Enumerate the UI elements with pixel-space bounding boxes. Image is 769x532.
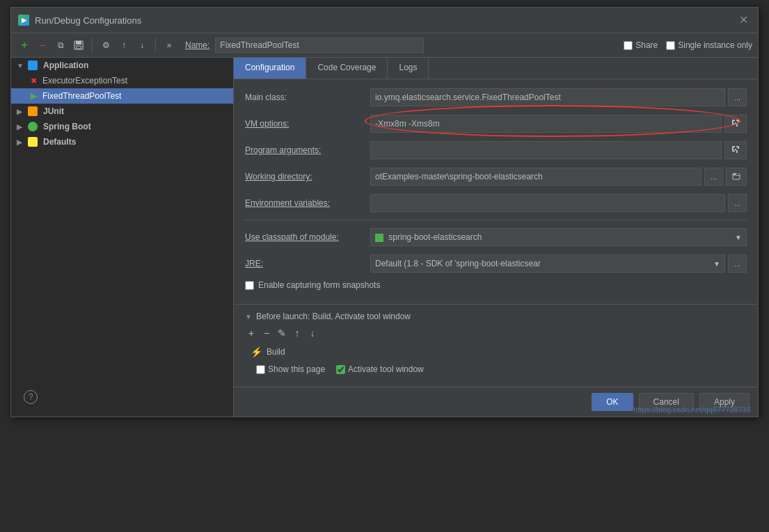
jre-value: Default (1.8 - SDK of 'spring-boot-elast… xyxy=(375,259,541,268)
main-class-row: Main class: ... xyxy=(245,88,747,107)
copy-button[interactable]: ⧉ xyxy=(53,38,68,53)
working-dir-folder-button[interactable] xyxy=(726,168,747,186)
save-button[interactable] xyxy=(71,38,86,53)
before-launch-add[interactable]: + xyxy=(245,327,257,339)
vm-options-expand-button[interactable] xyxy=(724,115,747,133)
env-vars-input[interactable] xyxy=(370,194,725,212)
single-instance-checkbox[interactable] xyxy=(666,41,675,50)
classpath-dropdown[interactable]: spring-boot-elasticsearch ▼ xyxy=(370,228,747,246)
name-row: Name: Share Single instance only xyxy=(185,38,752,53)
tab-logs[interactable]: Logs xyxy=(388,58,429,79)
tree-item-application[interactable]: ▼ Application xyxy=(11,58,233,73)
tree-item-defaults[interactable]: ▶ Defaults xyxy=(11,134,233,150)
env-vars-row: Environment variables: ... xyxy=(245,193,747,213)
vm-options-label: VM options: xyxy=(245,119,370,129)
before-launch-down[interactable]: ↓ xyxy=(306,327,319,339)
more-button[interactable]: » xyxy=(161,38,177,53)
before-launch-section: ▼ Before launch: Build, Activate tool wi… xyxy=(234,304,758,387)
toolbar-separator2 xyxy=(155,38,156,52)
before-launch-remove[interactable]: − xyxy=(260,327,273,339)
add-button[interactable]: + xyxy=(17,38,32,53)
show-page-checkbox[interactable] xyxy=(256,365,265,374)
junit-label: JUnit xyxy=(43,106,64,116)
tree-item-executor[interactable]: ✖ ExecutorExceptionTest xyxy=(11,73,233,88)
title-bar: ▶ Run/Debug Configurations ✕ xyxy=(11,8,758,33)
springboot-label: Spring Boot xyxy=(43,122,91,131)
junit-icon xyxy=(28,106,38,116)
show-page-label[interactable]: Show this page xyxy=(256,364,325,374)
main-class-label: Main class: xyxy=(245,92,370,102)
remove-button[interactable]: − xyxy=(35,38,50,53)
share-checkbox-label[interactable]: Share xyxy=(624,40,658,50)
tab-bar: Configuration Code Coverage Logs xyxy=(234,58,758,79)
tree-item-springboot[interactable]: ▶ Spring Boot xyxy=(11,119,233,134)
before-launch-edit[interactable]: ✎ xyxy=(276,327,288,339)
working-dir-group: ... xyxy=(370,168,747,186)
executor-label: ExecutorExceptionTest xyxy=(42,76,127,86)
up-button[interactable]: ↑ xyxy=(116,38,132,53)
config-form: Main class: ... VM options: xyxy=(234,79,758,304)
toolbar-separator xyxy=(92,38,93,52)
activate-window-checkbox[interactable] xyxy=(336,365,345,374)
main-toolbar: + − ⧉ ⚙ ↑ ↓ » Name: Share Single instanc… xyxy=(11,33,758,58)
tab-configuration[interactable]: Configuration xyxy=(234,58,306,79)
close-button[interactable]: ✕ xyxy=(736,13,751,27)
down-button[interactable]: ↓ xyxy=(134,38,150,53)
application-label: Application xyxy=(43,61,88,70)
name-label: Name: xyxy=(185,40,209,50)
before-launch-up[interactable]: ↑ xyxy=(291,327,303,339)
program-args-group xyxy=(370,141,747,159)
snapshots-label: Enable capturing form snapshots xyxy=(258,280,380,290)
build-item: ⚡ Build xyxy=(245,344,747,360)
working-dir-input[interactable] xyxy=(370,168,701,186)
fixedthread-label: FixedThreadPoolTest xyxy=(42,91,121,101)
snapshots-checkbox[interactable] xyxy=(245,281,254,290)
springboot-arrow: ▶ xyxy=(17,123,25,131)
help-button[interactable]: ? xyxy=(24,390,38,404)
watermark: https://blog.csdn.net/qq877728715 xyxy=(633,405,751,414)
before-launch-label: Before launch: Build, Activate tool wind… xyxy=(256,312,411,321)
form-separator xyxy=(245,220,747,220)
single-instance-checkbox-label[interactable]: Single instance only xyxy=(666,40,752,50)
jre-browse-button[interactable]: ... xyxy=(728,255,747,273)
env-vars-label: Environment variables: xyxy=(245,198,370,208)
application-icon xyxy=(28,61,38,70)
name-input[interactable] xyxy=(215,38,424,53)
tree-item-junit[interactable]: ▶ JUnit xyxy=(11,104,233,119)
main-class-field-group: ... xyxy=(370,88,747,106)
dialog-title: Run/Debug Configurations xyxy=(35,15,141,26)
defaults-label: Defaults xyxy=(43,137,76,147)
main-class-input[interactable] xyxy=(370,88,725,106)
classpath-row: Use classpath of module: spring-boot-ela… xyxy=(245,227,747,247)
svg-rect-3 xyxy=(733,174,740,179)
build-label: Build xyxy=(267,347,285,357)
activate-window-label[interactable]: Activate tool window xyxy=(336,364,424,374)
module-icon xyxy=(375,234,383,242)
settings-button[interactable]: ⚙ xyxy=(98,38,113,53)
jre-dropdown[interactable]: Default (1.8 - SDK of 'spring-boot-elast… xyxy=(370,255,725,273)
tree-panel: ▼ Application ✖ ExecutorExceptionTest ▶ … xyxy=(11,58,234,417)
springboot-icon xyxy=(28,122,38,131)
expand-arrow: ▼ xyxy=(17,62,25,70)
share-checkbox[interactable] xyxy=(624,41,633,50)
working-dir-browse-button[interactable]: ... xyxy=(704,168,723,186)
program-args-input[interactable] xyxy=(370,141,722,159)
main-class-browse-button[interactable]: ... xyxy=(728,88,747,106)
classpath-value: spring-boot-elasticsearch xyxy=(388,232,482,242)
program-args-expand-button[interactable] xyxy=(724,141,747,159)
classpath-group: spring-boot-elasticsearch ▼ xyxy=(370,228,747,246)
right-panel: Configuration Code Coverage Logs Main cl… xyxy=(234,58,758,417)
vm-options-input[interactable] xyxy=(370,115,722,133)
env-vars-group: ... xyxy=(370,194,747,212)
env-vars-browse-button[interactable]: ... xyxy=(728,194,747,212)
tab-codecoverage[interactable]: Code Coverage xyxy=(306,58,388,79)
before-launch-triangle: ▼ xyxy=(245,313,252,321)
classpath-dropdown-arrow: ▼ xyxy=(735,234,742,241)
svg-rect-1 xyxy=(76,41,81,45)
ok-button[interactable]: OK xyxy=(592,393,633,411)
jre-dropdown-arrow: ▼ xyxy=(713,260,720,268)
working-dir-label: Working directory: xyxy=(245,172,370,182)
before-launch-title: ▼ Before launch: Build, Activate tool wi… xyxy=(245,312,747,321)
tree-item-fixedthread[interactable]: ▶ FixedThreadPoolTest xyxy=(11,88,233,104)
program-args-row: Program arguments: xyxy=(245,140,747,160)
